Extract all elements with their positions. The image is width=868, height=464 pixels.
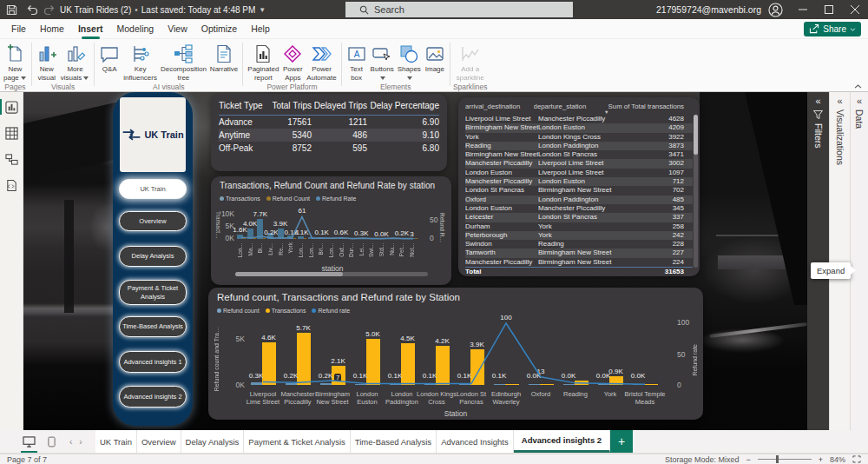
page-tab-payment-ticket-analysis[interactable]: Payment & Ticket Analysis (244, 430, 350, 453)
ribbon-button-power-automate[interactable]: PowerAutomate (305, 42, 338, 83)
bar-transactions[interactable] (348, 238, 354, 239)
menu-insert[interactable]: Insert (71, 19, 110, 39)
zoom-in-button[interactable]: + (819, 455, 823, 464)
column-header[interactable]: Total Trips (266, 101, 312, 110)
bar-refund_count[interactable] (304, 238, 306, 239)
bar-refund_count[interactable] (355, 384, 366, 385)
menu-file[interactable]: File (4, 19, 33, 39)
table-row[interactable]: London St PancrasBirmingham New Street70… (465, 186, 693, 195)
column-header[interactable]: Ticket Type (219, 101, 266, 110)
redo-icon[interactable] (42, 0, 57, 19)
bar-transactions[interactable] (540, 384, 554, 385)
ribbon-button-text-box[interactable]: ATextbox (345, 42, 369, 83)
nav-button-payment-ticket-analysis[interactable]: Payment & Ticket Analysis (119, 280, 187, 305)
filters-pane-collapsed[interactable]: « Filters (807, 92, 829, 430)
nav-button-time-based-analysis[interactable]: Time-Based Analysis (119, 316, 187, 337)
table-row[interactable]: YorkLondon Kings Cross3922 (465, 133, 693, 142)
table-row[interactable]: Anytime53404869.10 (219, 129, 439, 142)
table-row[interactable]: Off-Peak87525956.80 (219, 142, 439, 155)
column-header[interactable]: Sum of Total transactions (608, 103, 693, 110)
account-email[interactable]: 217959724@mavenbi.org (656, 4, 761, 15)
dax-view-button[interactable] (0, 174, 23, 196)
table-row[interactable]: Advance1756112116.90 (219, 116, 439, 129)
nav-button-overview[interactable]: Overview (119, 211, 187, 231)
menu-modeling[interactable]: Modeling (110, 19, 161, 39)
bar-transactions[interactable] (339, 237, 345, 239)
ribbon-button-shapes[interactable]: Shapes (396, 42, 423, 83)
bar-transactions[interactable] (237, 235, 243, 239)
table-row[interactable]: London EustonManchester Piccadilly345 (465, 204, 693, 213)
bar-transactions[interactable] (318, 237, 324, 239)
ribbon-button-new-visual[interactable]: Newvisual (35, 42, 59, 83)
data-expand-icon[interactable]: « (857, 96, 862, 106)
ribbon-button-narrative[interactable]: Narrative (208, 42, 240, 75)
column-header[interactable]: departure_station (534, 103, 608, 110)
bar-refund_count[interactable] (286, 383, 297, 385)
bar-transactions[interactable] (389, 238, 395, 239)
column-header[interactable]: Delayed Trips (312, 101, 367, 110)
table-row[interactable]: SwindonReading228 (465, 240, 693, 249)
bar-refund_count[interactable] (293, 238, 296, 239)
ribbon-button-image[interactable]: Image (423, 42, 447, 75)
table-row[interactable]: OxfordLondon Paddington485 (465, 196, 693, 204)
mobile-view-icon[interactable] (48, 436, 56, 447)
sort-descending-icon[interactable]: ▼ (604, 109, 608, 115)
zoom-out-button[interactable]: − (746, 455, 750, 464)
table-row[interactable]: Liverpool Lime StreetManchester Piccadil… (465, 115, 693, 123)
bar-refund_count[interactable] (334, 238, 337, 239)
nav-button-delay-analysis[interactable]: Delay Analysis (119, 246, 187, 267)
close-button[interactable] (842, 0, 868, 19)
ribbon-collapse-icon[interactable] (854, 84, 862, 89)
nav-button-uk-train[interactable]: UK Train (119, 179, 187, 199)
visualizations-expand-icon[interactable]: « (837, 96, 842, 106)
menu-help[interactable]: Help (244, 19, 277, 39)
bar-refund_count[interactable] (263, 238, 266, 239)
nav-button-advanced-insights-1[interactable]: Advanced insights 1 (119, 351, 187, 373)
bar-transactions[interactable] (247, 229, 253, 239)
new-page-tab-button[interactable]: + (610, 430, 633, 453)
table-row[interactable]: Manchester PiccadillyLondon Euston712 (465, 177, 693, 186)
bar-refund_count[interactable] (633, 384, 644, 385)
bar-refund_count[interactable] (415, 238, 418, 239)
bar-refund_count[interactable] (374, 238, 377, 239)
bar-transactions[interactable] (358, 238, 365, 239)
bar-refund_count[interactable] (563, 384, 575, 385)
bar-transactions[interactable] (368, 238, 374, 239)
page-tab-overview[interactable]: Overview (137, 430, 181, 453)
mid-chart-scrollbar[interactable] (235, 272, 428, 276)
menu-view[interactable]: View (161, 19, 194, 39)
maximize-button[interactable] (816, 0, 842, 19)
bar-refund_count[interactable] (324, 238, 326, 239)
bar-refund_count[interactable] (390, 384, 401, 385)
save-icon[interactable] (3, 0, 19, 19)
bar-refund_count[interactable] (253, 238, 256, 239)
bar-refund_count[interactable] (459, 384, 470, 385)
bar-refund_count[interactable] (404, 238, 407, 239)
filters-expand-icon[interactable]: « (815, 96, 820, 106)
bar-refund_count[interactable] (598, 384, 609, 385)
ribbon-button-power-apps[interactable]: PowerApps (280, 42, 305, 83)
bar-refund_count[interactable] (395, 238, 398, 239)
bar-refund_count[interactable] (354, 238, 357, 239)
page-tab-delay-analysis[interactable]: Delay Analysis (181, 430, 245, 453)
minimize-button[interactable] (790, 0, 816, 19)
bar-transactions[interactable] (308, 237, 314, 239)
share-button[interactable]: Share (804, 22, 861, 36)
page-tab-uk-train[interactable]: UK Train (95, 430, 137, 453)
bar-transactions[interactable] (575, 381, 589, 385)
table-row[interactable]: ReadingLondon Paddington3873 (465, 142, 693, 150)
ribbon-button-paginated-report[interactable]: Paginatedreport (246, 42, 280, 83)
model-view-button[interactable] (0, 148, 23, 170)
table-row[interactable]: Birmingham New StreetLondon Euston4209 (465, 123, 693, 132)
tab-scroll-left-icon[interactable]: ‹ (69, 437, 72, 447)
visualizations-pane-collapsed[interactable]: « Visualizations (829, 92, 850, 430)
account-avatar-icon[interactable] (768, 3, 783, 17)
bar-transactions[interactable] (328, 238, 334, 240)
menu-optimize[interactable]: Optimize (194, 19, 244, 39)
bar-refund_count[interactable] (385, 238, 387, 239)
ribbon-button-new-page[interactable]: Newpage (2, 42, 29, 83)
table-scrollbar-thumb[interactable] (694, 115, 698, 155)
bar-transactions[interactable] (398, 238, 404, 239)
menu-home[interactable]: Home (33, 19, 71, 39)
table-row[interactable]: Manchester PiccadillyBirmingham New Stre… (465, 258, 693, 267)
